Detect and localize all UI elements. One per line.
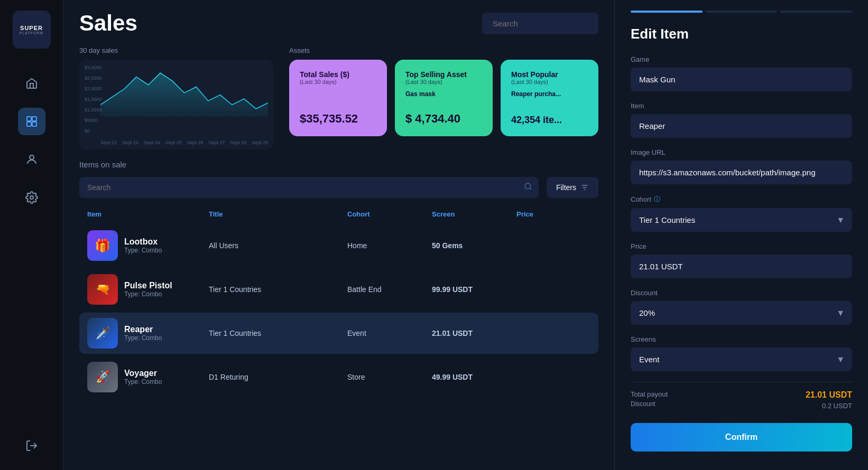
col-title: Title bbox=[209, 210, 347, 218]
logout-icon bbox=[25, 439, 38, 452]
main-content: Sales 30 day sales $3,0000 $2,5000 $2,00… bbox=[63, 0, 614, 470]
game-label: Game bbox=[631, 55, 852, 63]
progress-segment-1 bbox=[631, 11, 703, 13]
item-cell-voyager: 🚀 Voyager Type: Combo bbox=[87, 362, 209, 392]
screens-select-wrapper: Event Home Battle End Store ▼ bbox=[631, 347, 852, 371]
search-input-container bbox=[79, 177, 539, 198]
lootbox-screen: Home bbox=[347, 241, 432, 250]
filters-label: Filters bbox=[556, 183, 576, 192]
user-icon bbox=[25, 153, 38, 166]
price-input[interactable] bbox=[631, 255, 852, 278]
voyager-screen: Store bbox=[347, 373, 432, 381]
progress-segment-2 bbox=[706, 11, 778, 13]
pistol-price: 99.99 USDT bbox=[432, 285, 516, 294]
sidebar-item-home[interactable] bbox=[18, 70, 45, 97]
table-row[interactable]: 🎁 Lootbox Type: Combo All Users Home 50 … bbox=[79, 225, 598, 266]
logo-text-super: SUPER bbox=[20, 25, 43, 31]
col-screen: Screen bbox=[432, 210, 516, 218]
chart-x-labels: Sept 22 Sept 23 Sept 24 Sept 25 Sept 26 … bbox=[100, 140, 268, 145]
item-cell-reaper: 🗡️ Reaper Type: Combo bbox=[87, 318, 209, 349]
asset-card-top-selling[interactable]: Top Selling Asset (Last 30 days) Gas mas… bbox=[395, 60, 493, 136]
chart-y-labels: $3,0000 $2,5000 $2,0000 $1,5000 $1,0000 … bbox=[85, 65, 102, 134]
filters-icon bbox=[580, 183, 589, 192]
svg-rect-3 bbox=[32, 122, 36, 126]
sidebar-nav bbox=[18, 70, 45, 459]
payout-value: 21.01 USDT bbox=[806, 390, 852, 400]
image-url-label: Image URL bbox=[631, 148, 852, 156]
payout-row: Total payout Discount 21.01 USDT 0.2 USD… bbox=[631, 382, 852, 415]
filters-button[interactable]: Filters bbox=[547, 177, 598, 198]
chart-label: 30 day sales bbox=[79, 46, 273, 54]
right-panel: Edit Item Game Item Image URL Cohort ⓘ T… bbox=[614, 0, 868, 470]
asset-card-most-popular[interactable]: Most Popular (Last 30 days) Reaper purch… bbox=[501, 60, 598, 136]
voyager-price: 49.99 USDT bbox=[432, 373, 516, 381]
pistol-cohort: Tier 1 Countries bbox=[209, 285, 347, 294]
form-group-screens: Screens Event Home Battle End Store ▼ bbox=[631, 335, 852, 371]
chart-container: $3,0000 $2,5000 $2,0000 $1,5000 $1,0000 … bbox=[79, 60, 273, 149]
gear-icon bbox=[25, 191, 38, 204]
asset-card-subtitle-popular: (Last 30 days) bbox=[511, 79, 588, 85]
reaper-screen: Event bbox=[347, 329, 432, 337]
cohort-select-wrapper: Tier 1 Countries All Users D1 Returing ▼ bbox=[631, 208, 852, 232]
cohort-select[interactable]: Tier 1 Countries All Users D1 Returing bbox=[631, 208, 852, 232]
game-input[interactable] bbox=[631, 68, 852, 91]
reaper-price: 21.01 USDT bbox=[432, 329, 516, 337]
lootbox-cohort: All Users bbox=[209, 241, 347, 250]
form-group-discount: Discount 20% 10% 30% 50% ▼ bbox=[631, 289, 852, 325]
table-search-input[interactable] bbox=[79, 177, 539, 198]
confirm-button[interactable]: Confirm bbox=[631, 423, 852, 452]
svg-rect-1 bbox=[32, 117, 36, 121]
form-group-image-url: Image URL bbox=[631, 148, 852, 184]
search-icon[interactable] bbox=[524, 182, 532, 193]
voyager-cohort: D1 Returing bbox=[209, 373, 347, 381]
table-header: Item Title Cohort Screen Price bbox=[79, 206, 598, 222]
sidebar-item-settings[interactable] bbox=[18, 184, 45, 211]
lootbox-image: 🎁 bbox=[87, 230, 118, 261]
reaper-image: 🗡️ bbox=[87, 318, 118, 349]
price-label: Price bbox=[631, 242, 852, 250]
payout-label: Total payout bbox=[631, 390, 668, 398]
pistol-name: Pulse Pistol bbox=[124, 281, 172, 290]
voyager-image: 🚀 bbox=[87, 362, 118, 392]
grid-icon bbox=[25, 115, 38, 128]
item-label: Item bbox=[631, 102, 852, 110]
table-row[interactable]: 🔫 Pulse Pistol Type: Combo Tier 1 Countr… bbox=[79, 269, 598, 310]
table-row[interactable]: 🗡️ Reaper Type: Combo Tier 1 Countries E… bbox=[79, 313, 598, 354]
stats-area: 30 day sales $3,0000 $2,5000 $2,0000 $1,… bbox=[63, 46, 614, 149]
svg-point-7 bbox=[525, 183, 531, 189]
form-group-item: Item bbox=[631, 102, 852, 138]
svg-rect-0 bbox=[27, 117, 31, 121]
asset-card-title-top: Top Selling Asset bbox=[405, 70, 482, 79]
sidebar-item-logout[interactable] bbox=[18, 432, 45, 459]
header-search-input[interactable] bbox=[482, 13, 598, 34]
image-url-input[interactable] bbox=[631, 161, 852, 184]
asset-card-total-sales[interactable]: Total Sales ($) (Last 30 days) $35,735.5… bbox=[289, 60, 387, 136]
table-row[interactable]: 🚀 Voyager Type: Combo D1 Returing Store … bbox=[79, 356, 598, 398]
pistol-image: 🔫 bbox=[87, 274, 118, 305]
asset-card-label-top: Gas mask bbox=[405, 90, 482, 98]
sidebar-item-dashboard[interactable] bbox=[18, 108, 45, 135]
payout-values: 21.01 USDT 0.2 USDT bbox=[806, 390, 852, 410]
item-cell-lootbox: 🎁 Lootbox Type: Combo bbox=[87, 230, 209, 261]
sidebar: SUPER PLATFORM bbox=[0, 0, 63, 470]
panel-title: Edit Item bbox=[631, 26, 852, 42]
item-input[interactable] bbox=[631, 114, 852, 138]
discount-select-wrapper: 20% 10% 30% 50% ▼ bbox=[631, 301, 852, 325]
progress-bar-row bbox=[615, 0, 868, 18]
payout-discount-label: Discount bbox=[631, 400, 668, 408]
reaper-cohort: Tier 1 Countries bbox=[209, 329, 347, 337]
asset-card-label-popular: Reaper purcha... bbox=[511, 90, 588, 98]
table-controls: Filters bbox=[79, 177, 598, 198]
voyager-type: Type: Combo bbox=[124, 378, 162, 386]
sidebar-item-user[interactable] bbox=[18, 146, 45, 173]
assets-cards: Total Sales ($) (Last 30 days) $35,735.5… bbox=[289, 60, 598, 136]
cohort-label: Cohort ⓘ bbox=[631, 195, 852, 204]
voyager-name: Voyager bbox=[124, 369, 162, 378]
lootbox-price: 50 Gems bbox=[432, 241, 516, 250]
item-cell-pistol: 🔫 Pulse Pistol Type: Combo bbox=[87, 274, 209, 305]
logo-text-platform: PLATFORM bbox=[20, 31, 44, 35]
asset-card-value-total: $35,735.52 bbox=[300, 112, 376, 126]
col-price: Price bbox=[516, 210, 590, 218]
discount-select[interactable]: 20% 10% 30% 50% bbox=[631, 301, 852, 325]
screens-select[interactable]: Event Home Battle End Store bbox=[631, 347, 852, 371]
